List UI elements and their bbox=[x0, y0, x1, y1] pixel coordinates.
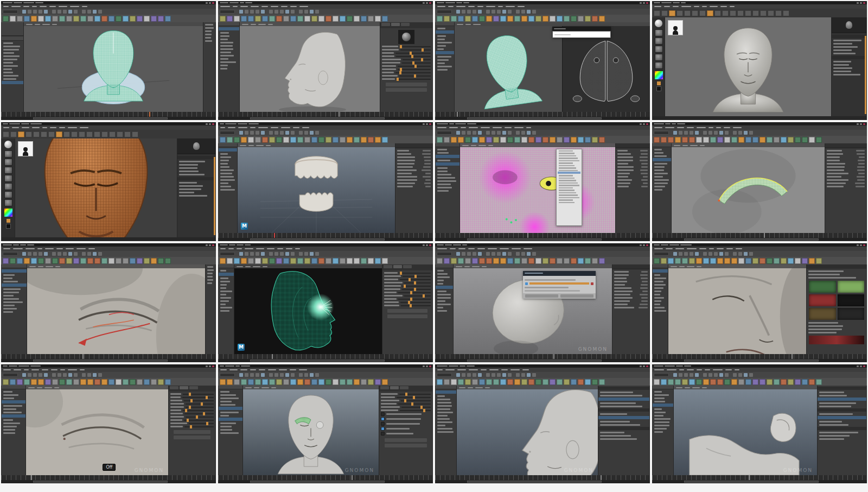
menu-item[interactable] bbox=[271, 127, 278, 128]
shelf-icon[interactable] bbox=[304, 137, 310, 143]
shelf-icon[interactable] bbox=[781, 258, 787, 264]
screenshot-thumbnail[interactable] bbox=[652, 122, 867, 241]
menu-item[interactable] bbox=[23, 6, 29, 7]
outliner-item[interactable] bbox=[220, 426, 232, 427]
shelf-icon[interactable] bbox=[361, 258, 367, 264]
minimize-icon[interactable] bbox=[423, 2, 425, 4]
status-line-icon[interactable] bbox=[68, 373, 72, 377]
menu-item[interactable] bbox=[705, 369, 710, 370]
menu-item[interactable] bbox=[290, 6, 297, 7]
current-frame-marker[interactable] bbox=[82, 354, 84, 359]
status-line-icon[interactable] bbox=[744, 131, 748, 135]
shelf-icon[interactable] bbox=[24, 379, 30, 385]
toolbar-icon[interactable] bbox=[101, 131, 108, 137]
outliner-item[interactable] bbox=[220, 163, 228, 165]
maximize-icon[interactable] bbox=[860, 2, 862, 4]
screenshot-thumbnail[interactable] bbox=[652, 1, 867, 120]
outliner-item[interactable] bbox=[220, 304, 226, 305]
close-icon[interactable] bbox=[646, 365, 648, 367]
outliner-item-selected[interactable] bbox=[2, 81, 23, 84]
status-line-icon[interactable] bbox=[486, 373, 490, 377]
status-line-icon[interactable] bbox=[44, 10, 48, 14]
menu-popup-item[interactable] bbox=[559, 162, 572, 164]
outliner-item[interactable] bbox=[437, 408, 450, 410]
slider-track[interactable] bbox=[401, 305, 431, 306]
status-line-icon[interactable] bbox=[39, 252, 42, 256]
shelf-icon[interactable] bbox=[227, 258, 233, 264]
menu-item[interactable] bbox=[14, 369, 21, 370]
attribute-slider-row[interactable] bbox=[170, 406, 214, 408]
shelf-icon[interactable] bbox=[158, 16, 164, 22]
shelf-icon[interactable] bbox=[528, 16, 534, 22]
status-line-icon[interactable] bbox=[93, 252, 97, 256]
screenshot-thumbnail[interactable] bbox=[435, 122, 650, 241]
status-line-icon[interactable] bbox=[245, 131, 248, 135]
timeline[interactable] bbox=[652, 233, 867, 238]
outliner-item[interactable] bbox=[3, 308, 17, 310]
menu-item[interactable] bbox=[11, 6, 21, 7]
menu-item[interactable] bbox=[220, 6, 230, 7]
status-line-icon[interactable] bbox=[690, 131, 693, 135]
shelf-icon[interactable] bbox=[668, 137, 674, 143]
shelf-icon[interactable] bbox=[802, 258, 808, 264]
shelf-icon[interactable] bbox=[87, 379, 93, 385]
status-line-icon[interactable] bbox=[521, 131, 525, 135]
shelf-icon[interactable] bbox=[724, 137, 730, 143]
outliner-item[interactable] bbox=[654, 149, 662, 150]
status-line-icon[interactable] bbox=[695, 252, 699, 256]
status-line-icon[interactable] bbox=[291, 252, 295, 256]
shelf-icon[interactable] bbox=[116, 16, 122, 22]
shelf-icon[interactable] bbox=[781, 137, 787, 143]
menu-item[interactable] bbox=[713, 369, 723, 370]
panel-row[interactable] bbox=[600, 424, 640, 426]
outliner-item[interactable] bbox=[437, 304, 451, 305]
slider-handle[interactable] bbox=[414, 281, 416, 285]
attribute-tab[interactable] bbox=[189, 386, 198, 389]
channel-row[interactable] bbox=[395, 181, 432, 184]
outliner-item[interactable] bbox=[437, 418, 450, 420]
maximize-icon[interactable] bbox=[860, 365, 862, 367]
outliner-item[interactable] bbox=[654, 412, 666, 413]
shelf-icon[interactable] bbox=[3, 16, 9, 22]
slider-handle[interactable] bbox=[410, 298, 412, 301]
outliner-item[interactable] bbox=[3, 78, 16, 80]
status-line-icon[interactable] bbox=[749, 373, 753, 377]
shelf-icon[interactable] bbox=[94, 379, 100, 385]
maximize-icon[interactable] bbox=[209, 244, 211, 246]
shelf-icon[interactable] bbox=[696, 379, 702, 385]
reference-image-thumbnail[interactable] bbox=[18, 141, 33, 156]
status-line-icon[interactable] bbox=[299, 373, 303, 377]
outliner-item[interactable] bbox=[437, 300, 445, 302]
menu-item[interactable] bbox=[461, 127, 466, 128]
toolbar-icon[interactable] bbox=[692, 10, 698, 16]
panel-section-header[interactable] bbox=[818, 387, 866, 390]
shelf-icon[interactable] bbox=[116, 379, 122, 385]
shelf-icon[interactable] bbox=[318, 16, 324, 22]
status-line-icon[interactable] bbox=[269, 131, 273, 135]
texture-thumbnail[interactable] bbox=[838, 294, 865, 306]
layer-item[interactable] bbox=[833, 43, 852, 45]
shelf-icon[interactable] bbox=[290, 379, 296, 385]
outliner-item[interactable] bbox=[3, 46, 20, 47]
panel-section-header[interactable] bbox=[818, 427, 866, 430]
status-line-icon[interactable] bbox=[486, 131, 490, 135]
slider-handle[interactable] bbox=[410, 291, 412, 294]
slider-track[interactable] bbox=[186, 417, 214, 418]
menu-item[interactable] bbox=[50, 127, 56, 128]
menu-popup-item[interactable] bbox=[559, 155, 576, 157]
shelf-icon[interactable] bbox=[73, 16, 79, 22]
menu-item[interactable] bbox=[251, 6, 259, 7]
menu-item[interactable] bbox=[293, 127, 299, 128]
status-line-icon[interactable] bbox=[673, 252, 677, 256]
panel-row-selected[interactable] bbox=[818, 416, 866, 419]
status-line-icon[interactable] bbox=[703, 373, 707, 377]
shelf-icon[interactable] bbox=[17, 258, 23, 264]
menu-item[interactable] bbox=[666, 248, 673, 249]
channel-row[interactable] bbox=[616, 168, 649, 171]
attribute-slider-row[interactable] bbox=[170, 400, 214, 401]
panel-group-header[interactable] bbox=[177, 177, 215, 180]
menu-item[interactable] bbox=[488, 248, 497, 249]
stamp-icon[interactable] bbox=[4, 199, 12, 206]
shelf-icon[interactable] bbox=[781, 379, 787, 385]
outliner-item[interactable] bbox=[220, 401, 232, 402]
